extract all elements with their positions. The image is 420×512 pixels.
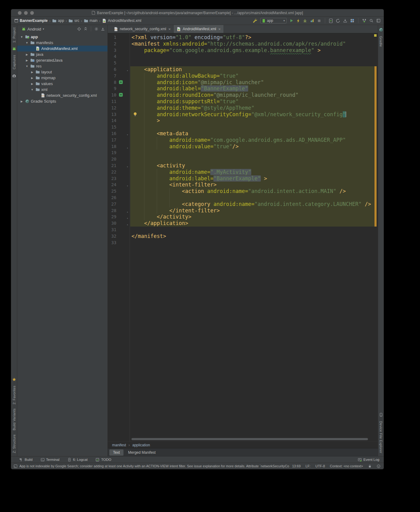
expanded-arrow-icon[interactable]: ▼ <box>25 65 29 68</box>
collapsed-arrow-icon[interactable]: ▶ <box>20 100 24 103</box>
camera-icon[interactable] <box>12 74 16 78</box>
editor-breadcrumb-application[interactable]: application <box>132 443 150 447</box>
phone-icon[interactable] <box>379 412 383 417</box>
tree-item-res[interactable]: ▼res <box>17 63 107 69</box>
tree-item-network-security-config-xml[interactable]: network_security_config.xml <box>17 92 107 98</box>
debug-icon[interactable] <box>303 18 307 23</box>
tool-button-captures[interactable]: Captures <box>12 55 16 69</box>
indent-guide <box>144 73 144 220</box>
android-icon[interactable] <box>12 47 16 51</box>
stop-icon[interactable] <box>317 19 321 23</box>
horizontal-scrollbar[interactable] <box>131 438 368 440</box>
collapsed-arrow-icon[interactable]: ▶ <box>25 53 29 56</box>
tree-item-xml[interactable]: ▼xml <box>17 87 107 92</box>
tool-button-terminal[interactable]: Terminal <box>41 458 59 462</box>
gradle-icon[interactable] <box>379 27 383 32</box>
breadcrumb-item-app[interactable]: app <box>52 18 64 23</box>
tree-item-androidmanifest-xml[interactable]: AndroidManifest.xml <box>17 46 107 51</box>
avd-manager-icon[interactable] <box>329 18 333 23</box>
editor-breadcrumb-manifest[interactable]: manifest <box>112 443 126 447</box>
apply-changes-icon[interactable] <box>297 18 300 23</box>
search-everywhere-icon[interactable] <box>369 18 374 23</box>
breadcrumb-item-src[interactable]: src <box>68 18 79 23</box>
tool-button-todo[interactable]: TODO <box>95 458 111 462</box>
hide-icon[interactable] <box>101 27 105 31</box>
launcher-preview-icon[interactable] <box>119 80 123 84</box>
gear-icon[interactable] <box>94 27 99 31</box>
highlight-range-marker[interactable] <box>374 66 377 227</box>
titlebar[interactable]: BannerExample [~/src/github/android-exam… <box>11 9 384 17</box>
tree-item-manifests[interactable]: ▼manifests <box>17 40 107 46</box>
collapse-all-icon[interactable] <box>83 27 88 31</box>
line-separator[interactable]: LF: <box>305 464 310 468</box>
tool-button-1-project[interactable]: 1: Project <box>12 27 16 43</box>
tool-button-z-structure[interactable]: Z: Structure <box>12 434 16 453</box>
project-structure-icon[interactable] <box>362 18 366 23</box>
build-wrench-icon[interactable] <box>252 18 257 23</box>
sdk-manager-icon[interactable] <box>343 18 347 23</box>
lock-icon[interactable] <box>368 464 372 468</box>
fold-open-icon[interactable]: ▾ <box>125 132 130 138</box>
project-tree: ▼app▼manifestsAndroidManifest.xml▶java▶g… <box>17 33 107 456</box>
breadcrumb-item-main[interactable]: main <box>84 18 98 23</box>
fold-open-icon[interactable]: ▾ <box>125 164 130 170</box>
view-tab-text[interactable]: Text <box>109 449 123 456</box>
expanded-arrow-icon[interactable]: ▼ <box>30 88 34 91</box>
zoom-window-button[interactable] <box>30 11 34 15</box>
tool-button-2-favorites[interactable]: 2: Favorites <box>12 386 16 404</box>
expanded-arrow-icon[interactable]: ▼ <box>25 41 29 44</box>
close-tab-icon[interactable]: × <box>168 27 171 31</box>
close-window-button[interactable] <box>18 11 22 15</box>
collapsed-arrow-icon[interactable]: ▶ <box>30 82 34 85</box>
tool-button-build[interactable]: Build <box>19 458 33 462</box>
expanded-arrow-icon[interactable]: ▼ <box>20 35 24 39</box>
warning-stripe-marker[interactable] <box>374 34 377 37</box>
tree-item-layout[interactable]: ▶layout <box>17 69 107 75</box>
file-encoding[interactable]: UTF-8 <box>315 464 325 468</box>
breadcrumb-item-bannerexample[interactable]: BannerExample <box>14 18 48 23</box>
star-icon[interactable] <box>12 377 16 382</box>
breadcrumb-item-androidmanifest-xml[interactable]: AndroidManifest.xml <box>102 18 141 23</box>
tool-button-build-variants[interactable]: Build Variants <box>12 408 16 430</box>
fold-close-icon[interactable]: ▴ <box>125 145 130 151</box>
layout-inspector-icon[interactable] <box>350 18 354 23</box>
close-tab-icon[interactable]: × <box>218 27 221 31</box>
caret-position[interactable]: 13:69 <box>292 464 301 468</box>
fold-close-icon[interactable]: ▴ <box>125 209 130 215</box>
profiler-icon[interactable] <box>310 18 314 23</box>
editor-tab-androidmanifest-xml[interactable]: AndroidManifest.xml× <box>174 25 224 33</box>
scrollbar-thumb[interactable] <box>131 438 368 440</box>
fold-close-icon[interactable]: ▴ <box>125 221 130 228</box>
project-view-selector[interactable]: Android <box>27 27 41 31</box>
tool-button-6-logcat[interactable]: 6: Logcat <box>67 458 87 462</box>
tree-item-mipmap[interactable]: ▶mipmap <box>17 75 107 81</box>
tree-item-app[interactable]: ▼app <box>17 34 107 40</box>
chevron-down-icon[interactable]: ▾ <box>43 27 44 31</box>
gradle-sync-icon[interactable] <box>336 18 340 23</box>
view-tab-merged-manifest[interactable]: Merged Manifest <box>124 449 159 456</box>
fold-open-icon[interactable]: ▾ <box>125 68 130 74</box>
run-configuration-selector[interactable]: app ▾ <box>260 18 287 23</box>
tool-button-event-log[interactable]: Event Log <box>358 458 379 462</box>
collapsed-arrow-icon[interactable]: ▶ <box>30 76 34 80</box>
tool-button-gradle[interactable]: Gradle <box>379 36 383 47</box>
tree-item-generatedjava[interactable]: ▶generatedJava <box>17 57 107 63</box>
minimize-window-button[interactable] <box>24 11 28 15</box>
editor-body[interactable]: 1234567891011121314151617181920212223242… <box>108 33 378 441</box>
code-lines[interactable]: <?xml version="1.0" encoding="utf-8"?><m… <box>131 34 373 246</box>
collapsed-arrow-icon[interactable]: ▶ <box>25 59 29 62</box>
tree-item-values[interactable]: ▶values <box>17 81 107 87</box>
fold-close-icon[interactable]: ▴ <box>125 215 130 221</box>
editor-tab-network-security-config-xml[interactable]: network_security_config.xml× <box>111 25 174 33</box>
collapsed-arrow-icon[interactable]: ▶ <box>30 71 34 74</box>
tree-item-gradle-scripts[interactable]: ▶Gradle Scripts <box>17 98 107 104</box>
bulb-icon[interactable] <box>133 112 137 117</box>
run-icon[interactable] <box>289 18 294 23</box>
launcher-preview-icon[interactable] <box>119 93 123 97</box>
window-layout-icon[interactable] <box>376 18 381 23</box>
toolwindow-corner-icon[interactable] <box>14 464 18 468</box>
tool-button-device-file-explorer[interactable]: Device File Explorer <box>379 421 383 453</box>
locate-icon[interactable] <box>77 27 81 31</box>
fold-open-icon[interactable]: ▾ <box>125 183 130 189</box>
tree-item-java[interactable]: ▶java <box>17 51 107 57</box>
